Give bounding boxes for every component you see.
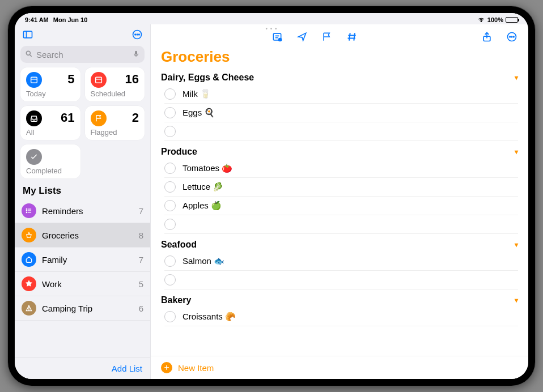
list-name: Groceries <box>42 231 79 240</box>
chevron-down-icon[interactable]: ▾ <box>515 241 518 249</box>
toolbar-location-button[interactable] <box>295 30 309 44</box>
more-button[interactable] <box>130 28 145 41</box>
search-input[interactable]: Search <box>20 46 145 63</box>
dictate-icon[interactable] <box>132 50 140 59</box>
check-icon <box>26 149 42 165</box>
battery-icon <box>506 17 518 23</box>
smart-card-flagged[interactable]: 2Flagged <box>85 106 145 140</box>
reminder-row[interactable]: Milk 🥛 <box>164 85 518 104</box>
status-time: 9:41 AM <box>25 16 49 23</box>
list-count: 6 <box>139 304 143 313</box>
list-count: 7 <box>139 255 143 265</box>
smart-label: Scheduled <box>91 90 139 98</box>
chevron-down-icon[interactable]: ▾ <box>515 148 518 156</box>
list-row-work[interactable]: Work5 <box>15 272 150 296</box>
complete-toggle[interactable] <box>164 219 176 230</box>
search-icon <box>25 50 33 59</box>
smart-card-all[interactable]: 61All <box>20 106 80 140</box>
reminder-row[interactable]: Lettuce 🥬 <box>164 178 518 197</box>
list-name: Camping Trip <box>42 304 92 313</box>
section-header[interactable]: Seafood▾ <box>161 237 518 252</box>
reminder-row[interactable]: Croissants 🥐 <box>164 308 518 326</box>
page-title: Groceries <box>151 46 528 70</box>
chevron-down-icon[interactable]: ▾ <box>515 296 518 304</box>
svg-point-4 <box>135 34 136 35</box>
complete-toggle[interactable] <box>164 200 176 211</box>
add-list-button[interactable]: Add List <box>15 357 150 379</box>
smart-count: 16 <box>125 72 139 87</box>
multitask-dots[interactable]: • • • <box>265 25 277 32</box>
status-date: Mon Jun 10 <box>53 16 88 23</box>
section-bakery: Bakery▾Croissants 🥐 <box>161 293 518 326</box>
list-count: 7 <box>139 206 143 216</box>
svg-point-6 <box>139 34 140 35</box>
complete-toggle[interactable] <box>164 274 176 286</box>
wifi-icon <box>477 15 485 24</box>
reminder-row[interactable]: Tomatoes 🍅 <box>164 159 518 178</box>
complete-toggle[interactable] <box>164 181 176 193</box>
svg-point-20 <box>26 212 27 212</box>
share-button[interactable] <box>480 30 494 44</box>
smart-label: Completed <box>26 167 75 175</box>
reminder-title[interactable]: Lettuce 🥬 <box>183 182 223 192</box>
toolbar-template-button[interactable] <box>270 30 285 44</box>
toolbar-tag-button[interactable] <box>345 30 359 44</box>
reminder-row[interactable]: Eggs 🍳 <box>164 104 518 122</box>
svg-rect-11 <box>31 77 37 83</box>
flag-icon <box>91 110 107 126</box>
reminder-title[interactable]: Eggs 🍳 <box>183 108 215 118</box>
complete-toggle[interactable] <box>164 107 176 118</box>
reminder-title[interactable]: Salmon 🐟 <box>183 256 224 266</box>
section-title: Dairy, Eggs & Cheese <box>161 73 254 83</box>
complete-toggle[interactable] <box>164 255 176 267</box>
list-name: Family <box>42 255 67 265</box>
new-item-button[interactable]: ＋ New Item <box>151 356 528 379</box>
reminder-title[interactable]: Milk 🥛 <box>183 89 211 99</box>
section-title: Produce <box>161 147 197 157</box>
section-produce: Produce▾Tomatoes 🍅Lettuce 🥬Apples 🍏 <box>161 144 518 234</box>
calendar-icon <box>26 72 42 88</box>
smart-count: 2 <box>132 110 139 125</box>
toggle-sidebar-button[interactable] <box>20 28 35 41</box>
reminder-title[interactable]: Apples 🍏 <box>183 201 222 211</box>
reminder-row[interactable]: Apples 🍏 <box>164 197 518 215</box>
list-row-camping-trip[interactable]: Camping Trip6 <box>15 296 150 321</box>
smart-card-today[interactable]: 5Today <box>20 67 80 101</box>
smart-card-scheduled[interactable]: 16Scheduled <box>85 67 145 101</box>
svg-line-26 <box>354 33 355 40</box>
list-row-groceries[interactable]: Groceries8 <box>15 223 150 248</box>
list-row-reminders[interactable]: Reminders7 <box>15 199 150 223</box>
list-row-family[interactable]: Family7 <box>15 248 150 272</box>
main-pane: Groceries Dairy, Eggs & Cheese▾Milk 🥛Egg… <box>151 24 528 379</box>
section-header[interactable]: Produce▾ <box>161 144 518 159</box>
section-header[interactable]: Bakery▾ <box>161 293 518 308</box>
toolbar-flag-button[interactable] <box>320 30 334 44</box>
chevron-down-icon[interactable]: ▾ <box>515 74 518 82</box>
smart-label: Flagged <box>91 128 139 137</box>
sidebar: Search 5Today16Scheduled61All2FlaggedCom… <box>15 24 151 379</box>
smart-label: Today <box>26 90 75 98</box>
svg-point-18 <box>26 209 27 210</box>
section-dairy-eggs-cheese: Dairy, Eggs & Cheese▾Milk 🥛Eggs 🍳 <box>161 70 518 141</box>
reminder-row[interactable]: Salmon 🐟 <box>164 252 518 271</box>
svg-point-5 <box>137 34 138 35</box>
complete-toggle[interactable] <box>164 311 176 322</box>
battery-percent: 100% <box>487 16 503 23</box>
plus-icon: ＋ <box>161 362 172 373</box>
svg-rect-9 <box>135 50 137 54</box>
reminder-title[interactable]: Croissants 🥐 <box>183 312 236 322</box>
svg-point-32 <box>511 36 512 37</box>
section-header[interactable]: Dairy, Eggs & Cheese▾ <box>161 70 518 85</box>
more-options-button[interactable] <box>504 30 519 44</box>
reminder-row[interactable] <box>164 122 518 141</box>
reminder-row[interactable] <box>164 215 518 234</box>
complete-toggle[interactable] <box>164 88 176 100</box>
reminder-row[interactable] <box>164 271 518 289</box>
list-name: Work <box>42 279 62 289</box>
smart-card-completed[interactable]: Completed <box>20 144 80 178</box>
smart-count: 61 <box>61 110 74 125</box>
complete-toggle[interactable] <box>164 126 176 137</box>
complete-toggle[interactable] <box>164 163 176 174</box>
reminder-title[interactable]: Tomatoes 🍅 <box>183 163 232 173</box>
section-seafood: Seafood▾Salmon 🐟 <box>161 237 518 289</box>
